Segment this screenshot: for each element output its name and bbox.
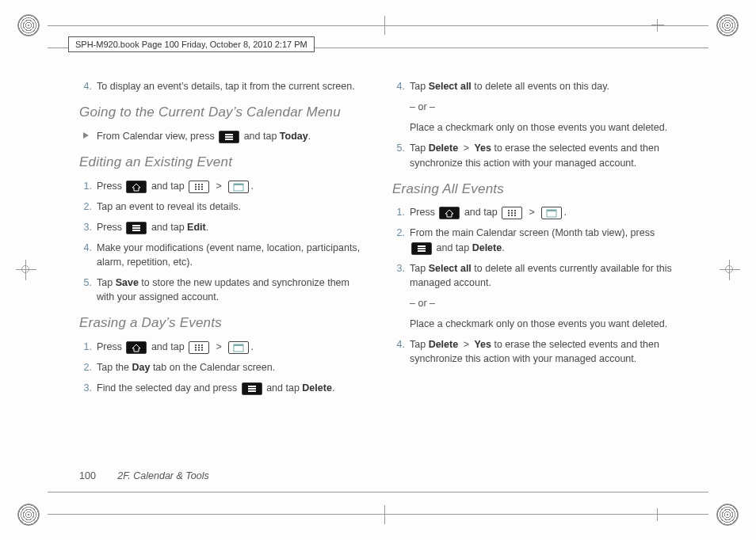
step-number: 1. (79, 340, 97, 354)
step-number: 4. (392, 79, 410, 93)
svg-rect-6 (195, 186, 197, 188)
svg-rect-41 (547, 210, 556, 211)
svg-rect-3 (195, 184, 197, 185)
calendar-icon (228, 181, 249, 193)
step-item: 4. Make your modifications (event name, … (79, 241, 364, 269)
crop-tick (384, 16, 385, 35)
step-item: 3. Tap Select all to delete all events c… (392, 261, 677, 290)
step-item: 5. Tap Delete > Yes to erase the selecte… (392, 141, 677, 169)
step-text: Tap Select all to delete all events on t… (410, 79, 677, 93)
step-item: 1. Press and tap > . (79, 340, 364, 354)
play-arrow-icon (83, 132, 89, 139)
step-text: Press and tap Edit. (97, 220, 364, 234)
svg-rect-20 (195, 347, 197, 348)
page-number: 100 (79, 470, 96, 481)
step-number: 2. (79, 200, 97, 214)
step-text: Tap Delete > Yes to erase the selected e… (410, 337, 677, 366)
step-item: 1. Press and tap > . (79, 179, 364, 193)
step-text: Tap Delete > Yes to erase the selected e… (410, 141, 677, 169)
step-item: 2. From the main Calendar screen (Month … (392, 226, 677, 254)
apps-grid-icon (189, 341, 209, 354)
step-text: Make your modifications (event name, loc… (97, 241, 364, 269)
svg-rect-43 (418, 248, 426, 249)
step-item: 4. Tap Delete > Yes to erase the selecte… (392, 337, 677, 366)
apps-grid-icon (189, 181, 209, 193)
step-text: Tap Save to store the new updates and sy… (97, 276, 364, 304)
svg-rect-11 (201, 188, 203, 190)
svg-rect-37 (508, 215, 510, 216)
step-alt-text: Place a checkmark only on those events y… (410, 317, 677, 331)
svg-rect-18 (198, 344, 200, 346)
step-number: 5. (392, 141, 410, 169)
ui-label: Edit (187, 222, 206, 233)
ui-label: Day (132, 362, 150, 373)
ui-label: Yes (474, 143, 491, 154)
step-number: 1. (392, 205, 410, 219)
svg-rect-31 (508, 210, 510, 211)
step-number: 1. (79, 179, 97, 193)
step-number: 4. (79, 241, 97, 269)
page-footer: 100 2F. Calendar & Tools (79, 470, 209, 481)
step-text: Tap Select all to delete all events curr… (410, 261, 677, 290)
svg-rect-33 (514, 210, 516, 211)
ui-label: Yes (474, 339, 491, 350)
left-column: 4. To display an event’s details, tap it… (79, 79, 364, 461)
crop-mark-icon (716, 504, 739, 526)
heading-goto-today: Going to the Current Day’s Calendar Menu (79, 103, 364, 123)
svg-rect-39 (514, 215, 516, 216)
crop-mark-icon (17, 14, 40, 36)
ui-label: Select all (429, 263, 472, 274)
svg-rect-15 (132, 227, 140, 229)
svg-rect-14 (132, 225, 140, 226)
step-item: 3. Press and tap Edit. (79, 220, 364, 234)
chevron-right-icon: > (216, 181, 225, 192)
page-content: 4. To display an event’s details, tap it… (79, 79, 677, 461)
svg-rect-38 (511, 215, 513, 216)
apps-grid-icon (502, 207, 522, 219)
step-item: 4. To display an event’s details, tap it… (79, 79, 364, 93)
ui-label: Delete (429, 339, 459, 350)
svg-rect-23 (195, 349, 197, 351)
step-number: 5. (79, 276, 97, 304)
svg-rect-27 (234, 344, 243, 346)
ui-label: Save (116, 277, 139, 288)
step-item: 1. Press and tap > . (392, 205, 677, 219)
step-number: 3. (79, 381, 97, 395)
or-separator: – or – (410, 296, 677, 310)
step-text: Press and tap > . (410, 205, 677, 219)
section-title: 2F. Calendar & Tools (117, 470, 208, 481)
step-number: 2. (79, 360, 97, 375)
chevron-right-icon: > (216, 341, 225, 352)
crop-line (48, 25, 708, 26)
crop-target-icon (16, 260, 36, 280)
ui-label: Select all (429, 81, 472, 92)
crop-cross-icon (651, 508, 664, 521)
step-number: 3. (392, 261, 410, 290)
svg-rect-13 (234, 184, 243, 185)
svg-rect-29 (248, 388, 256, 390)
or-separator: – or – (410, 100, 677, 114)
ui-label: Today (280, 131, 308, 142)
step-text: From Calendar view, press and tap Today. (97, 129, 364, 143)
chevron-right-icon: > (529, 207, 538, 218)
svg-rect-0 (225, 134, 233, 135)
calendar-icon (228, 341, 249, 354)
step-item: 3. Find the selected day and press and t… (79, 381, 364, 395)
step-text: Press and tap > . (97, 179, 364, 193)
svg-rect-2 (225, 139, 233, 140)
menu-key-icon (242, 382, 262, 395)
heading-erase-day: Erasing a Day’s Events (79, 314, 364, 333)
crop-cross-icon (651, 19, 664, 32)
step-number: 2. (392, 226, 410, 254)
crop-tick (384, 505, 385, 524)
svg-rect-9 (195, 188, 197, 190)
step-number: 3. (79, 220, 97, 234)
menu-key-icon (411, 242, 432, 255)
crop-line (48, 492, 708, 492)
svg-rect-34 (508, 212, 510, 214)
step-item: 5. Tap Save to store the new updates and… (79, 276, 364, 304)
crop-mark-icon (716, 14, 739, 36)
step-text: Tap an event to reveal its details. (97, 200, 364, 214)
step-text: Find the selected day and press and tap … (97, 381, 364, 395)
crop-line (48, 514, 708, 515)
